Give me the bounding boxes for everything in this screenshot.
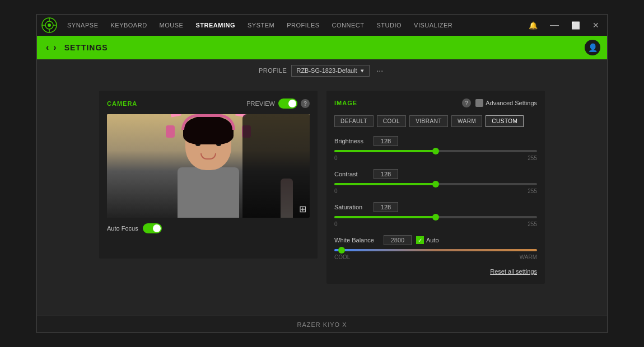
nav-mouse[interactable]: MOUSE [154,20,189,31]
preset-cool[interactable]: COOL [377,115,406,127]
forward-button[interactable]: › [51,43,58,53]
image-label: IMAGE [334,100,357,106]
camera-header: CAMERA PREVIEW ? [107,99,310,109]
camera-preview: ⊞ [107,114,310,218]
preset-custom[interactable]: CUSTOM [486,115,524,127]
brightness-min: 0 [334,155,338,161]
nav-studio[interactable]: STUDIO [371,20,407,31]
contrast-min: 0 [334,188,338,194]
nav-synapse[interactable]: SYNAPSE [62,20,104,31]
wb-header: White Balance ✓ Auto [334,235,537,245]
wb-cool-label: COOL [334,254,350,260]
dark-figure [242,114,310,218]
preview-label: PREVIEW [246,100,275,107]
device-name: RAZER KIYO X [297,321,347,328]
wb-labels: COOL WARM [334,254,537,260]
image-panel: IMAGE ? Advanced Settings DEFAULT COOL V… [326,91,545,284]
preset-warm[interactable]: WARM [451,115,482,127]
bottom-bar: RAZER KIYO X [37,316,607,332]
wb-slider[interactable] [334,247,537,253]
brightness-max: 255 [528,155,537,161]
wb-input[interactable] [384,235,412,245]
app-window: SYNAPSE KEYBOARD MOUSE STREAMING SYSTEM … [36,14,608,333]
saturation-label: Saturation [334,204,369,210]
reset-settings-link[interactable]: Reset all settings [490,268,537,275]
auto-focus-row: Auto Focus [107,223,310,233]
preset-vibrant[interactable]: VIBRANT [409,115,448,127]
camera-help-icon[interactable]: ? [301,99,310,108]
wb-auto-area: ✓ Auto [416,236,439,244]
back-button[interactable]: ‹ [44,43,51,53]
brightness-input[interactable] [374,136,398,146]
contrast-labels: 0 255 [334,188,537,194]
white-balance-row: White Balance ✓ Auto COOL WARM [334,235,537,260]
person-body [178,167,239,218]
nav-connect[interactable]: CONNECT [326,20,370,31]
camera-image [107,114,310,218]
profile-dropdown[interactable]: RZB-SG-1823-Default ▾ [291,65,370,77]
svg-point-2 [48,24,51,27]
brightness-row: Brightness 0 255 [334,136,537,161]
person-silhouette [164,114,253,218]
saturation-input[interactable] [374,202,398,212]
user-avatar[interactable]: 👤 [585,40,600,55]
app-logo [41,17,57,33]
main-content: CAMERA PREVIEW ? [37,82,607,316]
saturation-fill [334,216,436,218]
nav-system[interactable]: SYSTEM [242,20,280,31]
auto-focus-toggle[interactable] [143,223,162,233]
advanced-settings-button[interactable]: Advanced Settings [475,99,537,107]
preview-toggle[interactable] [278,99,297,109]
profile-label: PROFILE [259,67,287,74]
camera-overlay-icon[interactable]: ⊞ [299,204,306,214]
saturation-header: Saturation [334,202,537,212]
contrast-row: Contrast 0 255 [334,169,537,194]
nav-streaming[interactable]: STREAMING [190,20,241,31]
wb-track [334,249,537,251]
close-button[interactable]: ✕ [589,20,603,31]
profile-more-button[interactable]: ··· [374,65,385,76]
contrast-slider[interactable] [334,181,537,187]
saturation-track [334,216,537,218]
nav-tabs: SYNAPSE KEYBOARD MOUSE STREAMING SYSTEM … [62,20,525,31]
contrast-header: Contrast [334,169,537,179]
headphones-left [166,125,175,138]
contrast-fill [334,183,436,185]
preset-default[interactable]: DEFAULT [334,115,374,127]
advanced-settings-label: Advanced Settings [486,100,537,106]
saturation-row: Saturation 0 255 [334,202,537,227]
saturation-slider[interactable] [334,214,537,220]
wb-thumb[interactable] [338,247,345,254]
wb-auto-checkbox[interactable]: ✓ [416,236,424,244]
settings-bar: ‹ › SETTINGS 👤 [37,36,607,59]
contrast-thumb[interactable] [432,181,439,187]
dropdown-chevron-icon: ▾ [361,67,364,74]
window-controls: 🔔 — ⬜ ✕ [525,20,603,31]
brightness-header: Brightness [334,136,537,146]
nav-profiles[interactable]: PROFILES [281,20,325,31]
title-bar: SYNAPSE KEYBOARD MOUSE STREAMING SYSTEM … [37,15,607,36]
cat-ear-left [169,114,181,117]
wb-warm-label: WARM [520,254,537,260]
saturation-thumb[interactable] [432,214,439,221]
notification-icon[interactable]: 🔔 [525,20,541,31]
maximize-button[interactable]: ⬜ [568,20,584,31]
wb-label: White Balance [334,237,379,243]
nav-keyboard[interactable]: KEYBOARD [105,20,152,31]
brightness-thumb[interactable] [432,148,439,154]
contrast-input[interactable] [374,169,398,179]
preset-buttons: DEFAULT COOL VIBRANT WARM CUSTOM [334,115,537,127]
avatar-icon: 👤 [588,43,598,52]
reset-area: Reset all settings [334,266,537,276]
contrast-label: Contrast [334,171,369,177]
camera-panel: CAMERA PREVIEW ? [99,91,318,259]
headphones-band [181,114,235,130]
minimize-button[interactable]: — [547,20,562,31]
saturation-labels: 0 255 [334,221,537,227]
wb-auto-label: Auto [426,237,439,243]
profile-bar: PROFILE RZB-SG-1823-Default ▾ ··· [37,59,607,82]
brightness-slider[interactable] [334,148,537,154]
settings-title: SETTINGS [64,43,585,52]
nav-visualizer[interactable]: VISUALIZER [408,20,458,31]
image-help-icon[interactable]: ? [462,99,471,107]
